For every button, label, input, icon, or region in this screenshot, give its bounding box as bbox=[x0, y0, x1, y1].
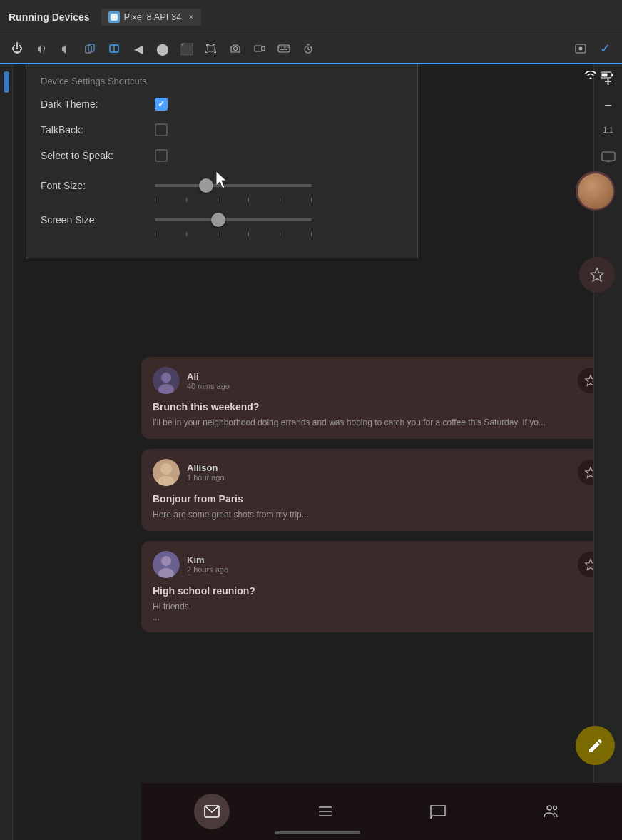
tick bbox=[311, 232, 312, 236]
svg-point-43 bbox=[553, 806, 556, 810]
rotate-btn[interactable] bbox=[80, 39, 100, 59]
camera-btn[interactable] bbox=[225, 39, 245, 59]
home-btn[interactable]: ⬤ bbox=[153, 39, 173, 59]
sidebar-indicator bbox=[4, 71, 9, 93]
allison-sender-info: Allison 1 hour ago bbox=[187, 462, 578, 482]
screenshot-btn[interactable] bbox=[201, 39, 221, 59]
back-btn[interactable]: ◀ bbox=[128, 39, 148, 59]
dark-theme-checkbox[interactable] bbox=[155, 98, 168, 111]
panel-title: Device Settings Shortcuts bbox=[41, 76, 403, 86]
zoom-out-btn[interactable]: − bbox=[598, 96, 618, 116]
talkback-row: TalkBack: bbox=[41, 123, 403, 136]
select-to-speak-checkbox[interactable] bbox=[155, 149, 168, 162]
phone-area: Device Settings Shortcuts Dark Theme: Ta… bbox=[13, 64, 622, 840]
svg-point-27 bbox=[161, 373, 171, 383]
recents-btn[interactable]: ⬛ bbox=[177, 39, 197, 59]
nav-list-btn[interactable] bbox=[307, 794, 343, 829]
volume-up-btn[interactable] bbox=[31, 39, 51, 59]
toolbar-right: ✓ bbox=[571, 39, 615, 59]
video-btn[interactable] bbox=[250, 39, 270, 59]
screen-mirror-btn[interactable] bbox=[598, 147, 618, 167]
ali-preview: I'll be in your neighborhood doing erran… bbox=[153, 417, 603, 429]
device-tab[interactable]: Pixel 8 API 34 × bbox=[101, 9, 201, 26]
tick bbox=[218, 232, 218, 236]
font-size-thumb[interactable] bbox=[199, 178, 213, 193]
talkback-checkbox[interactable] bbox=[155, 123, 168, 136]
avatar-face bbox=[578, 173, 613, 209]
svg-point-6 bbox=[234, 47, 238, 51]
email-cards-area: Ali 40 mins ago Brunch this weekend? I'l… bbox=[141, 357, 615, 776]
kim-time: 2 hours ago bbox=[187, 565, 578, 574]
top-avatar bbox=[576, 171, 615, 211]
ali-sender-info: Ali 40 mins ago bbox=[187, 371, 578, 390]
power-btn[interactable]: ⏻ bbox=[7, 39, 27, 59]
screen-size-thumb[interactable] bbox=[211, 213, 225, 227]
timer-btn[interactable] bbox=[298, 39, 318, 59]
tick bbox=[186, 198, 187, 202]
tick bbox=[218, 198, 218, 202]
svg-point-20 bbox=[579, 47, 583, 51]
kim-subject: High school reunion? bbox=[153, 585, 603, 597]
screen-size-slider-container bbox=[155, 209, 403, 231]
allison-subject: Bonjour from Paris bbox=[153, 493, 603, 505]
svg-point-35 bbox=[161, 556, 171, 566]
nav-email-btn[interactable] bbox=[194, 794, 230, 829]
tick bbox=[248, 232, 249, 236]
device-settings-panel: Device Settings Shortcuts Dark Theme: Ta… bbox=[26, 64, 418, 258]
svg-rect-24 bbox=[602, 74, 608, 77]
fold-btn[interactable] bbox=[104, 39, 124, 59]
allison-avatar bbox=[153, 459, 180, 486]
svg-rect-23 bbox=[612, 74, 613, 76]
nav-chat-btn[interactable] bbox=[420, 794, 456, 829]
nav-people-btn[interactable] bbox=[534, 794, 569, 829]
pen-icon bbox=[587, 737, 604, 754]
keyboard-btn[interactable] bbox=[274, 39, 294, 59]
allison-name: Allison bbox=[187, 462, 578, 473]
svg-rect-5 bbox=[208, 46, 215, 51]
tab-icon bbox=[108, 11, 120, 23]
zoom-reset-btn[interactable]: 1:1 bbox=[598, 120, 618, 140]
list-nav-icon bbox=[317, 803, 334, 820]
bottom-nav bbox=[141, 783, 622, 840]
svg-rect-8 bbox=[278, 45, 290, 52]
font-size-ticks bbox=[155, 198, 312, 202]
screen-size-row: Screen Size: bbox=[41, 209, 403, 231]
svg-rect-44 bbox=[602, 152, 615, 161]
dark-theme-row: Dark Theme: bbox=[41, 98, 403, 111]
screen-record-btn[interactable] bbox=[571, 39, 591, 59]
talkback-label: TalkBack: bbox=[41, 124, 155, 136]
font-size-track bbox=[155, 184, 312, 187]
tab-close-btn[interactable]: × bbox=[189, 12, 194, 22]
wifi-icon bbox=[585, 71, 596, 79]
tick bbox=[155, 232, 156, 236]
star-fab-top[interactable] bbox=[579, 257, 615, 293]
tick bbox=[280, 232, 280, 236]
font-size-slider-container bbox=[155, 175, 403, 196]
tick bbox=[248, 198, 249, 202]
ali-time: 40 mins ago bbox=[187, 382, 578, 390]
email-card-header-kim: Kim 2 hours ago bbox=[153, 551, 603, 578]
kim-ellipsis: ... bbox=[153, 612, 603, 622]
tick bbox=[155, 198, 156, 202]
svg-line-17 bbox=[308, 49, 310, 50]
svg-rect-7 bbox=[255, 46, 262, 51]
email-card-allison[interactable]: Allison 1 hour ago Bonjour from Paris He… bbox=[141, 449, 615, 531]
people-nav-icon bbox=[543, 803, 560, 820]
dark-theme-label: Dark Theme: bbox=[41, 98, 155, 110]
compose-fab[interactable] bbox=[576, 726, 615, 765]
toolbar: ⏻ ◀ ⬤ ⬛ ✓ bbox=[0, 34, 622, 64]
screen-size-ticks bbox=[155, 232, 312, 236]
email-card-header-ali: Ali 40 mins ago bbox=[153, 367, 603, 394]
ali-name: Ali bbox=[187, 371, 578, 382]
screen-size-label: Screen Size: bbox=[41, 214, 155, 226]
allison-time: 1 hour ago bbox=[187, 473, 578, 482]
svg-rect-0 bbox=[111, 14, 118, 21]
font-size-row: Font Size: bbox=[41, 175, 403, 196]
battery-icon bbox=[601, 71, 613, 79]
email-card-kim[interactable]: Kim 2 hours ago High school reunion? Hi … bbox=[141, 541, 615, 633]
email-card-ali[interactable]: Ali 40 mins ago Brunch this weekend? I'l… bbox=[141, 357, 615, 439]
check-btn[interactable]: ✓ bbox=[595, 39, 615, 59]
scroll-indicator[interactable] bbox=[275, 831, 360, 834]
volume-down-btn[interactable] bbox=[56, 39, 76, 59]
font-size-label: Font Size: bbox=[41, 180, 155, 191]
